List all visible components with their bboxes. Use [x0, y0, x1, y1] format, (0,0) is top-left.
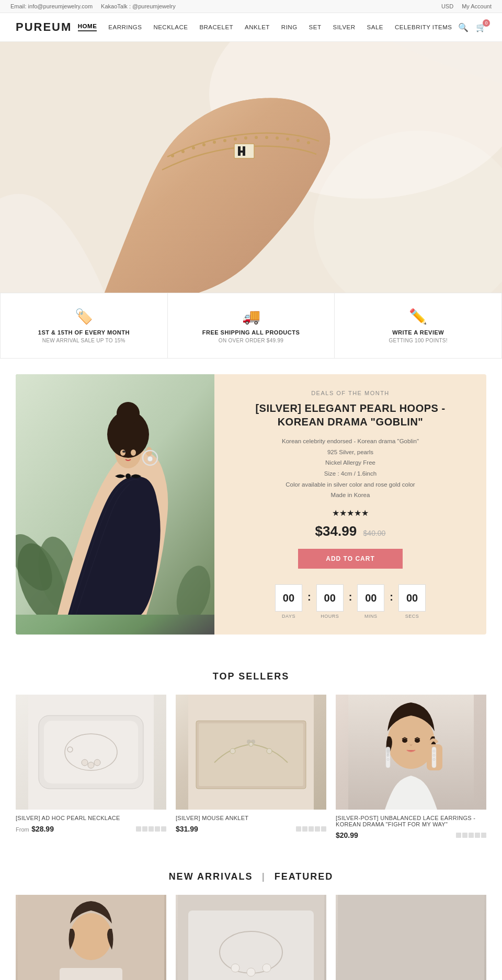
product-name-2: [SILVER] MOUSE ANKLET: [176, 815, 326, 821]
svg-point-11: [265, 136, 268, 139]
svg-rect-71: [60, 968, 122, 980]
nav-necklace[interactable]: NECKLACE: [153, 24, 188, 30]
currency-selector[interactable]: USD: [441, 3, 453, 9]
nav-ring[interactable]: RING: [281, 24, 298, 30]
product-name-1: [SILVER] AD HOC PEARL NECKLACE: [16, 815, 166, 821]
deal-section: DEALS OF THE MONTH [SILVER] ELEGANT PEAR…: [16, 374, 486, 635]
new-arrivals-section: NEW ARRIVALS | FEATURED: [0, 850, 502, 980]
star: [462, 833, 467, 838]
star: [475, 833, 480, 838]
nav-anklet[interactable]: ANKLET: [245, 24, 270, 30]
svg-rect-40: [44, 721, 138, 783]
star: [296, 826, 301, 832]
kakao-link[interactable]: KakaoTalk : @pureumjewelry: [101, 3, 176, 9]
svg-point-42: [82, 759, 88, 766]
email-link[interactable]: Email: info@pureumjewelry.com: [10, 3, 93, 9]
feature-shipping: 🚚 FREE SHIPPING ALL PRODUCTS ON OVER ORD…: [168, 293, 335, 358]
review-icon: ✏️: [345, 308, 491, 325]
new-arrivals-grid: [16, 895, 486, 980]
svg-point-33: [122, 451, 126, 453]
svg-point-75: [231, 964, 239, 972]
sale-icon: 🏷️: [11, 308, 157, 325]
deal-label: DEALS OF THE MONTH: [230, 390, 471, 396]
nav-earrings[interactable]: EARRINGS: [108, 24, 142, 30]
countdown-timer: 00 DAYS : 00 HOURS : 00 MINS : 00 SECS: [230, 584, 471, 619]
feature-sale-title: 1ST & 15TH OF EVERY MONTH: [11, 329, 157, 336]
product-name-3: [SILVER-POST] UNBALANCED LACE EARRINGS -…: [336, 815, 486, 827]
nav-home[interactable]: HOME: [78, 23, 97, 31]
top-sellers-grid: [SILVER] AD HOC PEARL NECKLACE From $28.…: [16, 695, 486, 840]
countdown-sep-1: :: [307, 591, 311, 613]
product-1-svg: [28, 695, 154, 810]
countdown-days-value: 00: [275, 584, 302, 612]
deal-image-svg: [16, 374, 214, 615]
svg-point-30: [117, 402, 140, 425]
account-link[interactable]: My Account: [462, 3, 492, 9]
countdown-mins-value: 00: [357, 584, 384, 612]
top-bar-left: Email: info@pureumjewelry.com KakaoTalk …: [10, 3, 176, 9]
svg-point-77: [263, 964, 271, 972]
countdown-hours-value: 00: [316, 584, 344, 612]
nav-celebrity[interactable]: CELEBRITY ITEMS: [395, 24, 452, 30]
nav-bracelet[interactable]: BRACELET: [199, 24, 233, 30]
new-arrival-3-svg: [338, 895, 484, 980]
hero-banner: [0, 42, 502, 293]
countdown-secs-value: 00: [398, 584, 426, 612]
countdown-hours: 00 HOURS: [316, 584, 344, 619]
product-stars-2: [296, 826, 326, 832]
star: [456, 833, 461, 838]
star: [302, 826, 307, 832]
svg-point-12: [276, 136, 279, 140]
product-card-2[interactable]: [SILVER] MOUSE ANKLET $31.99: [176, 695, 326, 840]
star: [469, 833, 474, 838]
header-icons: 🔍 🛒 0: [458, 22, 486, 32]
nav-silver[interactable]: SILVER: [333, 24, 355, 30]
nav-sale[interactable]: SALE: [367, 24, 383, 30]
site-logo[interactable]: PUREUM: [16, 20, 72, 34]
countdown-sep-3: :: [390, 591, 393, 613]
svg-point-14: [296, 139, 300, 142]
feature-sale-sub: NEW ARRIVAL SALE UP TO 15%: [11, 338, 157, 343]
product-current-price-2: $31.99: [176, 825, 198, 833]
svg-point-53: [267, 748, 272, 754]
shipping-icon: 🚚: [178, 308, 324, 325]
countdown-days: 00 DAYS: [275, 584, 302, 619]
deal-current-price: $34.99: [315, 523, 357, 539]
svg-point-36: [147, 456, 153, 462]
new-arrival-image-3: [336, 895, 486, 980]
top-bar-right: USD My Account: [441, 3, 492, 9]
countdown-mins: 00 MINS: [357, 584, 384, 619]
search-icon[interactable]: 🔍: [458, 22, 469, 32]
deal-original-price: $40.00: [363, 529, 386, 537]
cart-count: 0: [483, 19, 490, 27]
product-2-svg: [188, 695, 314, 810]
svg-point-76: [247, 968, 255, 976]
product-price-1: From $28.99: [16, 824, 54, 834]
new-arrival-card-2[interactable]: [176, 895, 326, 980]
countdown-secs-label: SECS: [398, 614, 426, 619]
nav-set[interactable]: SET: [309, 24, 322, 30]
svg-rect-78: [338, 895, 484, 980]
hero-image: [0, 42, 502, 293]
cart-icon[interactable]: 🛒 0: [476, 22, 486, 32]
svg-point-9: [244, 136, 247, 140]
svg-point-54: [249, 742, 253, 746]
svg-point-10: [255, 136, 258, 139]
svg-point-13: [286, 137, 289, 141]
star: [155, 826, 160, 832]
title-divider: |: [262, 871, 269, 882]
feature-shipping-sub: ON OVER ORDER $49.99: [178, 338, 324, 343]
product-card-3[interactable]: [SILVER-POST] UNBALANCED LACE EARRINGS -…: [336, 695, 486, 840]
new-arrival-card-1[interactable]: [16, 895, 166, 980]
add-to-cart-button[interactable]: ADD TO CART: [298, 549, 403, 569]
svg-point-8: [234, 137, 237, 141]
deal-price: $34.99 $40.00: [230, 523, 471, 539]
product-price-from-1: From: [16, 826, 29, 833]
feature-review-title: WRITE A REVIEW: [345, 329, 491, 336]
star: [161, 826, 166, 832]
new-arrival-card-3[interactable]: [336, 895, 486, 980]
product-card-1[interactable]: [SILVER] AD HOC PEARL NECKLACE From $28.…: [16, 695, 166, 840]
product-price-row-3: $20.99: [336, 831, 486, 840]
svg-point-15: [307, 141, 310, 144]
product-price-row-2: $31.99: [176, 824, 326, 834]
